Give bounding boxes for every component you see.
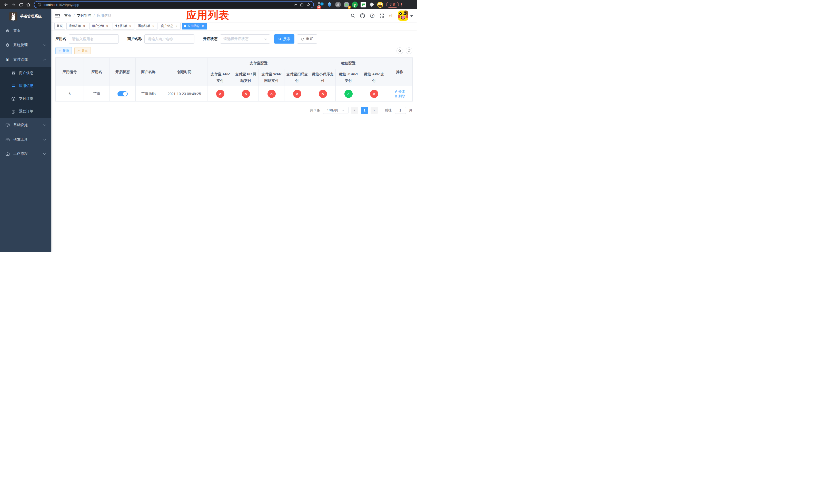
sidebar-item-workflow[interactable]: 工作流程 <box>0 147 51 161</box>
sidebar-toggle-icon[interactable] <box>55 14 60 18</box>
browser-chrome: localhost:1024/pay/app 10 1 y <box>0 0 417 9</box>
svg-text:¥: ¥ <box>13 97 14 100</box>
extension-y-icon[interactable]: y <box>352 2 358 8</box>
close-icon[interactable] <box>175 24 178 28</box>
cell-app-id: 6 <box>56 86 84 101</box>
extension-pin-icon[interactable] <box>327 2 332 8</box>
group-header-wechat: 微信配置 <box>310 58 387 69</box>
sidebar-item-label: 工作流程 <box>13 152 28 156</box>
reload-icon[interactable] <box>18 1 24 8</box>
page-size-select[interactable]: 10条/页 <box>323 107 349 114</box>
sidebar-item-payment[interactable]: ¥ 支付管理 <box>0 52 51 67</box>
extension-tiles-icon[interactable]: 10 <box>318 2 324 8</box>
sidebar-item-label: 首页 <box>13 28 21 33</box>
font-size-icon[interactable]: TT <box>389 14 393 18</box>
search-icon[interactable] <box>351 13 355 18</box>
close-icon[interactable] <box>201 24 205 28</box>
extension-recorder-icon[interactable]: 1 <box>344 2 349 8</box>
chevron-down-icon <box>342 110 345 111</box>
sidebar-item-label: 退款订单 <box>19 109 33 114</box>
sidebar-item-home[interactable]: 首页 <box>0 24 51 38</box>
chevron-down-icon <box>264 38 267 40</box>
sidebar-item-label: 商户信息 <box>19 71 33 75</box>
tab-process-form[interactable]: 流程表单 <box>66 23 88 29</box>
extension-command-icon[interactable] <box>335 2 341 8</box>
tab-refund-orders[interactable]: 退款订单 <box>136 23 157 29</box>
chevron-down-icon <box>43 44 46 46</box>
avatar <box>398 10 408 21</box>
merchant-name-label: 商户名称 <box>128 37 142 41</box>
main-area: 首页 / 支付管理 / 应用信息 ? TT <box>51 9 417 252</box>
status-select[interactable]: 请选择开启状态 <box>220 35 270 44</box>
close-icon[interactable] <box>129 24 132 28</box>
tab-pay-orders[interactable]: 支付订单 <box>113 23 134 29</box>
rabbit-logo-icon <box>9 12 18 21</box>
home-icon[interactable] <box>25 1 32 8</box>
tab-merchant-info[interactable]: 商户信息 <box>159 23 180 29</box>
close-icon[interactable] <box>82 24 86 28</box>
export-button[interactable]: 导出 <box>74 47 91 54</box>
yen-circle-icon: ¥ <box>11 97 16 101</box>
page-content: 应用名 商户名称 开启状态 请选择开启状态 搜索 重置 <box>51 30 417 118</box>
browser-menu-icon[interactable]: ⋮ <box>399 2 403 7</box>
app-name-input[interactable] <box>69 35 119 44</box>
github-icon[interactable] <box>360 13 365 18</box>
svg-text:?: ? <box>372 14 373 17</box>
sidebar-item-app-info[interactable]: 应用信息 <box>0 79 51 92</box>
breadcrumb-home[interactable]: 首页 <box>64 13 71 18</box>
edit-link[interactable]: 修改 <box>394 89 405 94</box>
column-header: 支付宝 PC 网站支付 <box>233 69 259 86</box>
share-icon[interactable] <box>300 3 304 7</box>
url-bar[interactable]: localhost:1024/pay/app <box>34 1 314 8</box>
sidebar-item-dev-tools[interactable]: 研发工具 <box>0 132 51 147</box>
app-table: 应用编号 应用名 开启状态 商户名称 创建时间 支付宝配置 微信配置 操作 支付… <box>56 58 413 101</box>
sidebar-item-merchant-info[interactable]: 商户信息 <box>0 67 51 79</box>
current-page[interactable]: 1 <box>361 107 368 114</box>
bookmark-star-icon[interactable] <box>306 3 310 7</box>
tab-app-info[interactable]: 应用信息 <box>182 23 207 29</box>
sidebar-item-infrastructure[interactable]: 基础设施 <box>0 118 51 132</box>
extension-emoji-icon[interactable] <box>377 2 383 8</box>
next-page-button[interactable] <box>371 107 378 114</box>
column-header: 开启状态 <box>110 58 136 86</box>
prev-page-button[interactable] <box>351 107 358 114</box>
sidebar-item-system[interactable]: 系统管理 <box>0 38 51 52</box>
app-logo[interactable]: 芋道管理系统 <box>0 9 51 24</box>
update-button[interactable]: 更新 <box>386 2 399 8</box>
fullscreen-icon[interactable] <box>379 13 384 18</box>
table-toolbar: 新增 导出 <box>56 47 412 54</box>
search-button[interactable]: 搜索 <box>274 35 294 44</box>
app-title: 芋道管理系统 <box>20 14 42 19</box>
extension-chat-icon[interactable] <box>360 2 366 8</box>
sidebar-item-pay-orders[interactable]: ¥ 支付订单 <box>0 92 51 105</box>
reset-button[interactable]: 重置 <box>297 35 317 44</box>
forward-icon[interactable] <box>10 1 17 8</box>
chevron-down-icon <box>43 153 46 155</box>
user-menu[interactable] <box>398 10 413 21</box>
status-icon <box>242 90 250 98</box>
tab-home[interactable]: 首页 <box>54 23 65 29</box>
goto-page-input[interactable] <box>395 107 406 114</box>
back-icon[interactable] <box>3 1 9 8</box>
column-header: 应用编号 <box>56 58 84 86</box>
toggle-search-button[interactable] <box>396 47 403 54</box>
close-icon[interactable] <box>152 24 155 28</box>
column-header: 微信 JSAPI 支付 <box>336 69 361 86</box>
close-icon[interactable] <box>105 24 109 28</box>
grid-icon <box>11 84 16 88</box>
status-icon <box>293 90 301 98</box>
add-button[interactable]: 新增 <box>56 47 72 54</box>
tab-user-group[interactable]: 用户分组 <box>89 23 111 29</box>
password-key-icon[interactable] <box>293 3 298 7</box>
delete-link[interactable]: 删除 <box>394 94 405 98</box>
merchant-name-input[interactable] <box>145 35 194 44</box>
document-icon <box>11 110 16 114</box>
extension-puzzle-icon[interactable] <box>369 2 375 8</box>
site-info-icon[interactable] <box>38 3 41 7</box>
breadcrumb-payment[interactable]: 支付管理 <box>77 13 91 18</box>
toolbox-icon <box>5 137 10 142</box>
refresh-table-button[interactable] <box>406 47 412 54</box>
enabled-toggle[interactable] <box>117 91 128 96</box>
sidebar-item-refund-orders[interactable]: 退款订单 <box>0 105 51 118</box>
help-icon[interactable]: ? <box>370 13 375 18</box>
